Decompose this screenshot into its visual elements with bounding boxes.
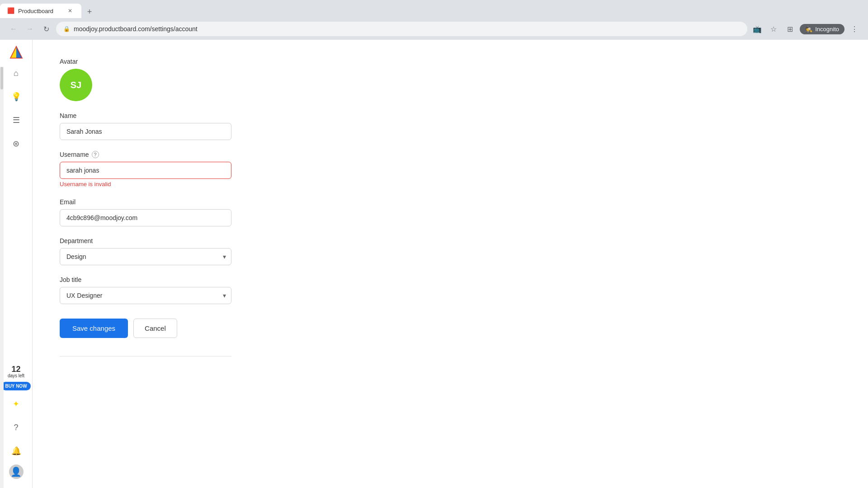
- bookmark-button[interactable]: ☆: [767, 23, 780, 35]
- incognito-icon: 🕵: [805, 26, 812, 33]
- buy-now-button[interactable]: BUY NOW: [1, 382, 30, 390]
- sidebar-item-features[interactable]: ☰: [6, 110, 26, 130]
- sidebar-item-help[interactable]: ?: [6, 418, 26, 437]
- lightbulb-icon: 💡: [11, 92, 21, 102]
- tab-close-button[interactable]: ✕: [66, 7, 74, 15]
- list-icon: ☰: [13, 115, 20, 125]
- sidebar-item-roadmap[interactable]: ⊛: [6, 134, 26, 154]
- username-input[interactable]: [60, 162, 231, 179]
- help-icon: ?: [14, 423, 18, 432]
- trial-days-label: days left: [8, 373, 24, 378]
- cancel-button[interactable]: Cancel: [133, 319, 177, 338]
- job-title-field-group: Job title UX Designer Product Manager En…: [60, 276, 231, 304]
- sidebar-item-home[interactable]: ⌂: [6, 63, 26, 83]
- department-select-wrapper: Design Engineering Product Marketing Sal…: [60, 248, 231, 265]
- menu-button[interactable]: ⋮: [848, 23, 861, 35]
- name-field-group: Name: [60, 112, 231, 140]
- browser-actions: 📺 ☆ ⊞ 🕵 Incognito ⋮: [751, 23, 861, 35]
- home-icon: ⌂: [14, 69, 19, 78]
- sidebar: ⌂ 💡 ☰ ⊛ 12 days left BUY NOW ✦ ?: [0, 40, 33, 488]
- url-bar[interactable]: 🔒 moodjoy.productboard.com/settings/acco…: [56, 22, 747, 36]
- sidebar-nav: ⌂ 💡 ☰ ⊛: [0, 60, 32, 365]
- save-button[interactable]: Save changes: [60, 319, 128, 338]
- section-divider: [60, 356, 231, 357]
- app-wrapper: ⌂ 💡 ☰ ⊛ 12 days left BUY NOW ✦ ?: [0, 40, 868, 488]
- lock-icon: 🔒: [63, 26, 70, 32]
- main-content: Avatar SJ Name Username ? Username is in…: [33, 40, 868, 488]
- browser-chrome: 🟥 Productboard ✕ + ← → ↻ 🔒 moodjoy.produ…: [0, 0, 868, 40]
- cast-button[interactable]: 📺: [751, 23, 764, 35]
- avatar-label: Avatar: [60, 58, 231, 65]
- tab-favicon: 🟥: [7, 7, 14, 14]
- roadmap-icon: ⊛: [13, 139, 19, 149]
- pb-logo[interactable]: [9, 45, 24, 60]
- new-tab-button[interactable]: +: [83, 5, 96, 18]
- name-label: Name: [60, 112, 231, 119]
- department-select[interactable]: Design Engineering Product Marketing Sal…: [60, 248, 231, 265]
- avatar[interactable]: SJ: [60, 69, 92, 101]
- name-input[interactable]: [60, 123, 231, 140]
- active-tab[interactable]: 🟥 Productboard ✕: [0, 4, 81, 18]
- forward-button[interactable]: →: [24, 23, 36, 35]
- username-error: Username is invalid: [60, 181, 231, 188]
- form-section: Avatar SJ Name Username ? Username is in…: [60, 58, 231, 357]
- job-title-select-wrapper: UX Designer Product Manager Engineer Des…: [60, 287, 231, 304]
- username-field-group: Username ? Username is invalid: [60, 151, 231, 188]
- back-button[interactable]: ←: [7, 23, 20, 35]
- svg-marker-1: [11, 47, 16, 58]
- avatar-icon: 👤: [10, 466, 22, 477]
- email-input[interactable]: [60, 209, 231, 226]
- bell-icon: 🔔: [11, 446, 21, 456]
- sidebar-toggle[interactable]: ⊞: [783, 23, 796, 35]
- avatar-section: Avatar SJ: [60, 58, 231, 101]
- job-title-label: Job title: [60, 276, 231, 283]
- reload-button[interactable]: ↻: [40, 23, 52, 35]
- tab-bar: 🟥 Productboard ✕ +: [0, 0, 868, 18]
- job-title-select[interactable]: UX Designer Product Manager Engineer Des…: [60, 287, 231, 304]
- sidebar-bottom: 12 days left BUY NOW ✦ ? 🔔 👤: [1, 365, 30, 483]
- department-field-group: Department Design Engineering Product Ma…: [60, 237, 231, 265]
- sidebar-avatar[interactable]: 👤: [9, 465, 24, 479]
- username-help-icon[interactable]: ?: [92, 151, 99, 158]
- email-label: Email: [60, 198, 231, 206]
- tab-title: Productboard: [18, 8, 62, 14]
- avatar-initials: SJ: [71, 80, 81, 90]
- username-label: Username ?: [60, 151, 231, 158]
- trial-days: 12: [11, 365, 20, 373]
- address-bar: ← → ↻ 🔒 moodjoy.productboard.com/setting…: [0, 18, 868, 40]
- department-label: Department: [60, 237, 231, 244]
- sidebar-item-notifications[interactable]: 🔔: [6, 441, 26, 461]
- sidebar-item-insights[interactable]: 💡: [6, 87, 26, 107]
- incognito-button[interactable]: 🕵 Incognito: [800, 24, 844, 34]
- email-field-group: Email: [60, 198, 231, 226]
- action-buttons: Save changes Cancel: [60, 319, 231, 338]
- svg-marker-2: [16, 47, 22, 58]
- sidebar-item-sparkle[interactable]: ✦: [6, 394, 26, 414]
- url-text: moodjoy.productboard.com/settings/accoun…: [74, 25, 740, 33]
- incognito-label: Incognito: [815, 26, 839, 33]
- trial-badge: 12 days left: [8, 365, 24, 378]
- sparkle-icon: ✦: [13, 399, 19, 409]
